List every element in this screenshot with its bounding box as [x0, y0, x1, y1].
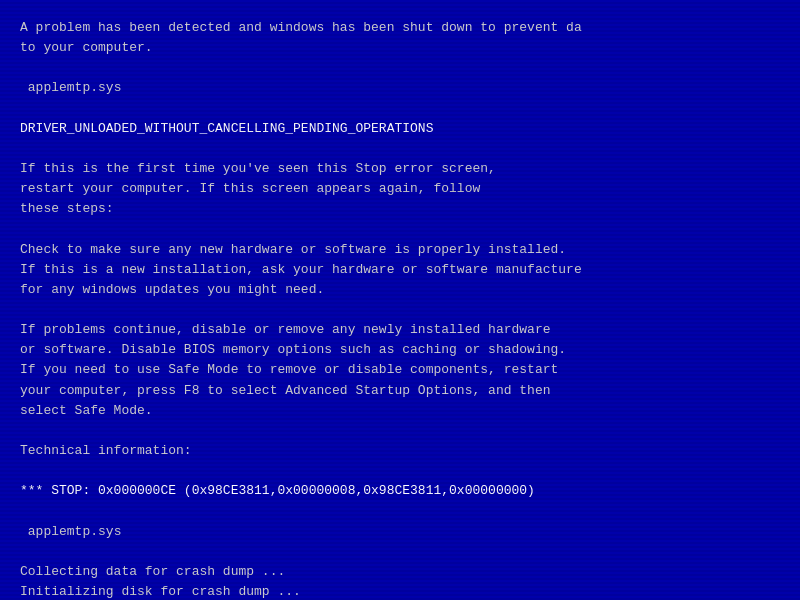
line-check2: If this is a new installation, ask your … [20, 260, 780, 280]
line-first3: these steps: [20, 199, 780, 219]
line-prob1: If problems continue, disable or remove … [20, 320, 780, 340]
line-first1: If this is the first time you've seen th… [20, 159, 780, 179]
line-intro: A problem has been detected and windows … [20, 18, 780, 38]
line-empty8 [20, 501, 780, 521]
line-prob5: select Safe Mode. [20, 401, 780, 421]
line-first2: restart your computer. If this screen ap… [20, 179, 780, 199]
line-empty3 [20, 139, 780, 159]
line-empty1 [20, 58, 780, 78]
line-check3: for any windows updates you might need. [20, 280, 780, 300]
line-collect: Collecting data for crash dump ... [20, 562, 780, 582]
line-empty5 [20, 300, 780, 320]
line-prob4: your computer, press F8 to select Advanc… [20, 381, 780, 401]
line-prob2: or software. Disable BIOS memory options… [20, 340, 780, 360]
line-empty7 [20, 461, 780, 481]
bsod-screen: A problem has been detected and windows … [0, 0, 800, 600]
bsod-content: A problem has been detected and windows … [20, 18, 780, 600]
line-init: Initializing disk for crash dump ... [20, 582, 780, 600]
line-tech: Technical information: [20, 441, 780, 461]
line-check1: Check to make sure any new hardware or s… [20, 240, 780, 260]
line-empty4 [20, 219, 780, 239]
line-driver: applemtp.sys [20, 78, 780, 98]
line-empty2 [20, 99, 780, 119]
line-stop: *** STOP: 0x000000CE (0x98CE3811,0x00000… [20, 481, 780, 501]
line-intro2: to your computer. [20, 38, 780, 58]
line-prob3: If you need to use Safe Mode to remove o… [20, 360, 780, 380]
line-empty6 [20, 421, 780, 441]
line-error-code: DRIVER_UNLOADED_WITHOUT_CANCELLING_PENDI… [20, 119, 780, 139]
line-empty9 [20, 542, 780, 562]
line-driver2: applemtp.sys [20, 522, 780, 542]
